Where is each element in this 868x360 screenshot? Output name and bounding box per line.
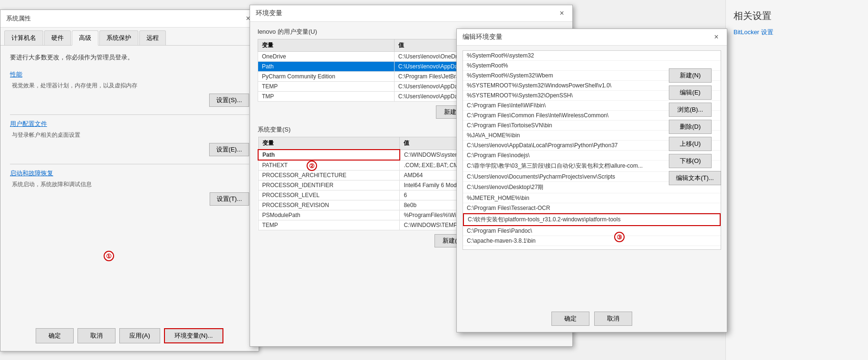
edit-env-edit-btn[interactable]: 编辑(E): [669, 85, 712, 100]
sys-props-bottom-buttons: 确定 取消 应用(A) 环境变量(N)...: [0, 328, 259, 343]
env-vars-close[interactable]: ×: [557, 9, 567, 18]
edit-env-new-btn[interactable]: 新建(N): [669, 68, 712, 83]
system-var-name: PROCESSOR_LEVEL: [258, 190, 400, 200]
tab-advanced[interactable]: 高级: [72, 30, 98, 46]
edit-env-close[interactable]: ×: [712, 32, 721, 42]
user-profile-title[interactable]: 用户配置文件: [10, 120, 249, 128]
startup-settings-btn[interactable]: 设置(T)...: [210, 192, 249, 206]
divider-2: [10, 164, 249, 164]
system-var-name: PROCESSOR_ARCHITECTURE: [258, 171, 400, 180]
bitlocker-link[interactable]: BitLocker 设置: [733, 28, 860, 37]
system-var-name: PSModulePath: [258, 210, 400, 220]
edit-env-edittext-btn[interactable]: 编辑文本(T)...: [669, 171, 721, 185]
user-profile-settings-btn[interactable]: 设置(E)...: [209, 143, 249, 156]
performance-settings-btn[interactable]: 设置(S)...: [209, 94, 249, 107]
user-var-name: TMP: [258, 92, 395, 102]
system-properties-panel: 系统属性 × 计算机名 硬件 高级 系统保护 远程 要进行大多数更改，你必须作为…: [0, 9, 259, 351]
performance-title[interactable]: 性能: [10, 70, 249, 79]
tab-computer-name[interactable]: 计算机名: [4, 30, 43, 45]
edit-env-movedown-btn[interactable]: 下移(O): [669, 154, 712, 168]
edit-env-cancel-btn[interactable]: 取消: [594, 312, 632, 326]
performance-desc: 视觉效果，处理器计划，内存使用，以及虚拟内存: [10, 82, 249, 90]
user-var-name: Path: [258, 62, 395, 72]
tab-remote[interactable]: 远程: [139, 30, 166, 45]
env-vars-button[interactable]: 环境变量(N)...: [164, 328, 223, 343]
startup-title[interactable]: 启动和故障恢复: [10, 169, 249, 178]
edit-env-ok-btn[interactable]: 确定: [551, 312, 589, 326]
path-list-item[interactable]: C:\apache-maven-3.8.1\bin: [463, 236, 721, 246]
edit-env-dialog: 编辑环境变量 × %SystemRoot%\system32%SystemRoo…: [456, 28, 727, 332]
user-var-name: PyCharm Community Edition: [258, 72, 395, 82]
ok-button[interactable]: 确定: [36, 328, 74, 343]
env-vars-title: 环境变量: [256, 9, 282, 18]
path-list-item[interactable]: %SystemRoot%\system32: [463, 51, 721, 61]
env-vars-titlebar: 环境变量 ×: [250, 5, 572, 22]
annotation-2: ②: [307, 161, 317, 171]
system-var-name: PATHEXT: [258, 160, 400, 171]
user-var-name: TEMP: [258, 82, 395, 92]
user-profile-desc: 与登录帐户相关的桌面设置: [10, 131, 249, 139]
edit-env-action-buttons: 新建(N) 编辑(E) 浏览(B)... 删除(D) 上移(U) 下移(O) 编…: [669, 68, 721, 185]
system-vars-col-name: 变量: [258, 137, 400, 150]
system-var-name: Path: [258, 150, 400, 160]
path-list-item[interactable]: C:\软件安装包\platform-tools_r31.0.2-windows\…: [463, 213, 721, 226]
annotation-1: ①: [104, 251, 114, 261]
sys-props-title: 系统属性: [6, 14, 31, 23]
path-list-item[interactable]: C:\Program Files\Pandoc\: [463, 226, 721, 236]
user-vars-col-name: 变量: [258, 39, 395, 52]
sys-props-titlebar: 系统属性 ×: [0, 10, 259, 28]
system-var-name: TEMP: [258, 220, 400, 230]
cancel-button[interactable]: 取消: [77, 328, 116, 343]
tab-system-protection[interactable]: 系统保护: [99, 30, 138, 45]
right-panel-title: 相关设置: [733, 9, 860, 22]
edit-env-moveup-btn[interactable]: 上移(U): [669, 137, 712, 151]
system-var-name: PROCESSOR_REVISION: [258, 200, 400, 210]
system-var-name: PROCESSOR_IDENTIFIER: [258, 180, 400, 190]
edit-env-titlebar: 编辑环境变量 ×: [457, 29, 727, 46]
user-var-name: OneDrive: [258, 52, 395, 62]
admin-notice: 要进行大多数更改，你必须作为管理员登录。: [10, 53, 249, 62]
tab-hardware[interactable]: 硬件: [44, 30, 71, 45]
right-panel: 相关设置 BitLocker 设置: [725, 0, 868, 360]
apply-button[interactable]: 应用(A): [119, 328, 160, 343]
path-list-item[interactable]: %JMETER_HOME%\bin: [463, 193, 721, 203]
startup-desc: 系统启动，系统故障和调试信息: [10, 180, 249, 189]
edit-env-title: 编辑环境变量: [463, 33, 502, 41]
edit-env-browse-btn[interactable]: 浏览(B)...: [669, 103, 712, 117]
edit-env-bottom-buttons: 确定 取消: [457, 312, 727, 326]
system-vars-header: 系统变量(S): [258, 125, 290, 134]
sys-props-content: 要进行大多数更改，你必须作为管理员登录。 性能 视觉效果，处理器计划，内存使用，…: [0, 46, 259, 221]
annotation-3: ③: [614, 232, 625, 242]
tabs-bar: 计算机名 硬件 高级 系统保护 远程: [0, 28, 259, 46]
path-list-item[interactable]: C:\Program Files\Tesseract-OCR: [463, 203, 721, 213]
divider-1: [10, 114, 249, 115]
edit-env-delete-btn[interactable]: 删除(D): [669, 120, 712, 134]
